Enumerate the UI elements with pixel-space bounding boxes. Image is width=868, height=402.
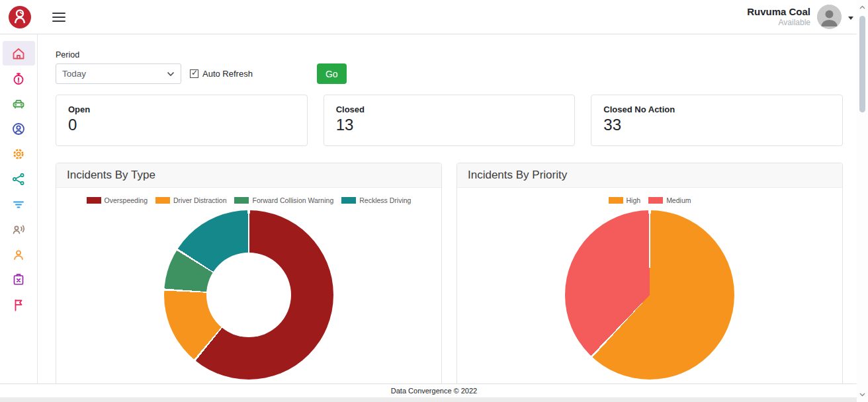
user-status: Available xyxy=(747,18,810,28)
stat-label: Closed No Action xyxy=(603,104,830,114)
auto-refresh-label: Auto Refresh xyxy=(202,69,253,79)
stat-value: 13 xyxy=(336,116,563,134)
sidebar-item-settings[interactable] xyxy=(3,141,35,166)
legend-swatch xyxy=(341,197,356,204)
incidents-by-type-donut-chart xyxy=(164,210,333,380)
stat-card-open: Open 0 xyxy=(56,95,308,146)
main-content: Period Today Auto Refresh Go Open 0 Clos… xyxy=(38,34,853,402)
legend-swatch xyxy=(609,197,623,204)
car-icon xyxy=(11,97,26,111)
stat-value: 33 xyxy=(603,116,830,134)
scrollbar-thumb[interactable] xyxy=(859,16,865,112)
user-name: Ruvuma Coal xyxy=(747,6,810,19)
vertical-scrollbar[interactable] xyxy=(857,0,868,402)
sidebar-item-alarm[interactable] xyxy=(3,66,35,91)
stat-label: Closed xyxy=(336,104,563,114)
legend-swatch xyxy=(234,197,249,204)
stat-value: 0 xyxy=(68,116,295,134)
sidebar-item-filter[interactable] xyxy=(3,192,35,216)
sidebar-item-tasks[interactable] xyxy=(3,267,35,292)
sidebar xyxy=(0,34,38,383)
stat-card-closed: Closed 13 xyxy=(324,95,576,146)
filter-icon xyxy=(11,197,26,212)
network-icon xyxy=(11,172,26,186)
home-icon xyxy=(11,46,26,61)
bottom-strip xyxy=(0,397,868,402)
clipboard-x-icon xyxy=(11,272,26,287)
person-icon xyxy=(11,247,26,262)
hamburger-icon xyxy=(52,13,65,14)
sidebar-item-network[interactable] xyxy=(3,167,35,191)
incidents-by-priority-pie-chart xyxy=(565,210,734,380)
sidebar-item-flags[interactable] xyxy=(3,292,35,317)
app-logo xyxy=(8,5,32,29)
menu-toggle-button[interactable] xyxy=(52,11,65,24)
stat-card-closed-no-action: Closed No Action 33 xyxy=(591,95,843,146)
alarm-icon xyxy=(11,71,26,86)
legend-swatch xyxy=(648,197,663,204)
chart-legend: High Medium xyxy=(609,196,691,204)
user-menu[interactable]: Ruvuma Coal Available xyxy=(747,5,853,29)
user-circle-icon xyxy=(11,122,26,136)
brand-logo-icon xyxy=(8,5,32,29)
period-select-value: Today xyxy=(62,69,86,79)
incidents-by-priority-card: Incidents By Priority High Medium xyxy=(456,163,843,398)
sidebar-item-users[interactable] xyxy=(3,116,35,141)
gear-icon xyxy=(11,147,26,161)
footer-text: Data Convergence © 2022 xyxy=(391,387,477,395)
go-button[interactable]: Go xyxy=(317,63,347,84)
stat-label: Open xyxy=(68,104,295,114)
incidents-by-type-card: Incidents By Type Overspeeding Driver Di… xyxy=(56,163,442,398)
legend-swatch xyxy=(87,197,101,204)
period-select[interactable]: Today xyxy=(56,63,181,84)
top-bar: Ruvuma Coal Available xyxy=(0,0,868,34)
avatar[interactable] xyxy=(817,5,842,29)
avatar-person-icon xyxy=(817,5,842,29)
sidebar-item-coaching[interactable] xyxy=(3,217,35,241)
chart-title: Incidents By Priority xyxy=(468,169,832,182)
scroll-up-icon[interactable] xyxy=(859,4,866,11)
legend-swatch xyxy=(155,197,170,204)
scroll-down-icon[interactable] xyxy=(859,391,866,398)
chevron-down-icon xyxy=(167,71,175,77)
auto-refresh-checkbox[interactable]: Auto Refresh xyxy=(190,69,253,79)
flag-icon xyxy=(11,298,26,312)
stats-row: Open 0 Closed 13 Closed No Action 33 xyxy=(56,95,843,146)
person-voice-icon xyxy=(11,222,26,237)
chart-title: Incidents By Type xyxy=(67,169,431,182)
sidebar-item-vehicle[interactable] xyxy=(3,91,35,116)
chart-legend: Overspeeding Driver Distraction Forward … xyxy=(87,196,412,204)
sidebar-item-home[interactable] xyxy=(3,41,35,65)
sidebar-item-profile[interactable] xyxy=(3,242,35,266)
checkbox-checked-icon[interactable] xyxy=(190,69,198,78)
user-menu-caret-icon[interactable] xyxy=(848,17,853,20)
period-label: Period xyxy=(56,50,843,60)
